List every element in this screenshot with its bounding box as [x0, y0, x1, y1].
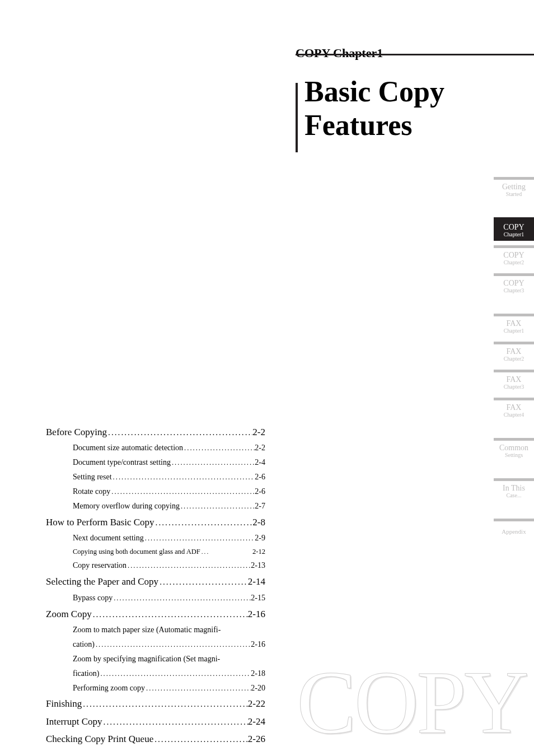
toc-label: Selecting the Paper and Copy [46, 573, 158, 590]
toc-label: How to Perform Basic Copy [46, 514, 154, 531]
tab-fax-ch1[interactable]: FAXChapter1 [494, 314, 534, 337]
tab-fax-ch2[interactable]: FAXChapter2 [494, 342, 534, 365]
tab-label-line2: Chapter2 [504, 356, 524, 362]
tab-label-line1: FAX [507, 348, 522, 356]
toc-entry[interactable]: Copying using both document glass and AD… [46, 545, 265, 558]
toc-entry[interactable]: Copy reservation........................… [46, 558, 265, 573]
toc-label: Rotate copy [73, 484, 110, 499]
toc-label: Zoom to match paper size (Automatic magn… [73, 623, 221, 637]
tab-label-line1: COPY [503, 251, 524, 260]
toc-page: 2-15 [251, 591, 265, 605]
tab-label-line2: Chapter3 [504, 384, 524, 390]
toc-leader: ........................................… [127, 559, 251, 572]
toc-page: 2-20 [251, 681, 265, 696]
toc-page: 2-2 [255, 441, 265, 455]
toc-entry[interactable]: Setting reset...........................… [46, 470, 265, 484]
toc-leader: ........................................… [113, 592, 251, 605]
tab-getting-started[interactable]: GettingStarted [494, 177, 534, 200]
tab-label-line2: Chapter1 [504, 328, 524, 334]
tab-label-line2: Settings [505, 452, 523, 459]
toc-page: 2-26 [248, 730, 265, 748]
tab-label-line2: Chapter1 [504, 232, 524, 238]
tab-copy-ch3[interactable]: COPYChapter3 [494, 273, 534, 297]
toc-label: Copy reservation [73, 558, 127, 573]
header-rule [296, 54, 534, 55]
toc-label: Document size automatic detection [73, 441, 183, 455]
tab-label-line2: Case... [507, 493, 522, 499]
toc-page: 2-16 [251, 637, 265, 652]
tab-copy-ch1[interactable]: COPYChapter1 [494, 217, 534, 241]
toc-label: Zoom by specifying magnification (Set ma… [73, 652, 220, 666]
side-tabs: GettingStartedCOPYChapter1COPYChapter2CO… [494, 177, 534, 559]
toc-entry[interactable]: Document size automatic detection.......… [46, 441, 265, 455]
toc-label: Finishing [46, 695, 82, 712]
toc-page: 2-14 [248, 573, 265, 590]
toc-entry-cont[interactable]: cation).................................… [46, 637, 265, 652]
toc-entry[interactable]: Interrupt Copy..........................… [46, 713, 265, 730]
toc-entry[interactable]: Bypass copy.............................… [46, 591, 265, 605]
tab-in-this-case[interactable]: In ThisCase... [494, 478, 534, 502]
toc-label: Zoom Copy [46, 605, 92, 623]
tab-label-line2: Chapter2 [504, 260, 524, 266]
tab-copy-ch2[interactable]: COPYChapter2 [494, 245, 534, 269]
toc-label: Setting reset [73, 470, 112, 484]
toc-leader: ........................................… [144, 532, 255, 545]
table-of-contents: Before Copying..........................… [46, 423, 265, 748]
toc-leader: ........................................… [154, 515, 253, 530]
toc-leader: ........................................… [107, 424, 252, 440]
toc-entry[interactable]: Next document setting...................… [46, 531, 265, 545]
toc-leader: ........................................… [99, 668, 251, 680]
toc-entry[interactable]: How to Perform Basic Copy...............… [46, 514, 265, 531]
toc-label: Next document setting [73, 531, 144, 545]
tab-label-line1: Getting [502, 183, 526, 192]
title-rule [296, 83, 298, 152]
toc-label: Performing zoom copy [73, 681, 145, 696]
copy-watermark: COPY [297, 651, 527, 754]
toc-entry[interactable]: Selecting the Paper and Copy............… [46, 573, 265, 590]
toc-leader: ........................................… [153, 731, 248, 747]
toc-entry[interactable]: Rotate copy.............................… [46, 484, 265, 499]
tab-fax-ch4[interactable]: FAXChapter4 [494, 398, 534, 421]
toc-entry[interactable]: Memory overflow during copying..........… [46, 499, 265, 514]
tab-label-line1: COPY [503, 223, 524, 232]
toc-leader: ........................................… [102, 714, 248, 730]
toc-page: 2-12 [252, 545, 265, 558]
toc-entry[interactable]: Zoom by specifying magnification (Set ma… [46, 652, 265, 666]
toc-label: cation) [73, 637, 95, 652]
tab-common-settings[interactable]: CommonSettings [494, 438, 534, 461]
toc-entry-cont[interactable]: fication)...............................… [46, 666, 265, 681]
toc-entry[interactable]: Document type/contrast setting..........… [46, 455, 265, 470]
title-line-2: Features [305, 109, 413, 141]
tab-label-line1: In This [503, 484, 525, 493]
toc-entry[interactable]: Performing zoom copy....................… [46, 681, 265, 696]
toc-label: fication) [73, 666, 99, 681]
tab-label-line1: Appendix [502, 529, 526, 535]
tab-label-line1: FAX [507, 404, 522, 412]
tab-appendix[interactable]: Appendix [494, 519, 534, 542]
toc-entry[interactable]: Zoom to match paper size (Automatic magn… [46, 623, 265, 637]
toc-page: 2-4 [255, 455, 265, 470]
toc-leader: ........................................… [180, 500, 255, 513]
toc-entry[interactable]: Finishing...............................… [46, 695, 265, 712]
toc-leader: ........................................… [92, 606, 248, 622]
toc-page: 2-7 [255, 499, 265, 514]
toc-entry[interactable]: Checking Copy Print Queue...............… [46, 730, 265, 748]
tab-label-line1: Common [499, 444, 528, 452]
toc-page: 2-6 [255, 484, 265, 499]
toc-leader: ........................................… [158, 574, 248, 590]
toc-leader: ........................................… [110, 486, 255, 498]
toc-page: 2-2 [252, 423, 265, 441]
toc-label: Memory overflow during copying [73, 499, 180, 514]
tab-label-line2: Started [506, 192, 522, 198]
toc-label: Copying using both document glass and AD… [73, 545, 200, 558]
tab-fax-ch3[interactable]: FAXChapter3 [494, 370, 534, 393]
page-title: Basic Copy Features [305, 75, 444, 142]
toc-entry[interactable]: Zoom Copy...............................… [46, 605, 265, 623]
toc-label: Document type/contrast setting [73, 455, 171, 470]
toc-leader: ... [200, 546, 252, 558]
toc-page: 2-16 [248, 605, 265, 623]
title-line-1: Basic Copy [305, 76, 444, 108]
toc-page: 2-6 [255, 470, 265, 484]
toc-page: 2-24 [248, 713, 265, 730]
toc-entry[interactable]: Before Copying..........................… [46, 423, 265, 441]
